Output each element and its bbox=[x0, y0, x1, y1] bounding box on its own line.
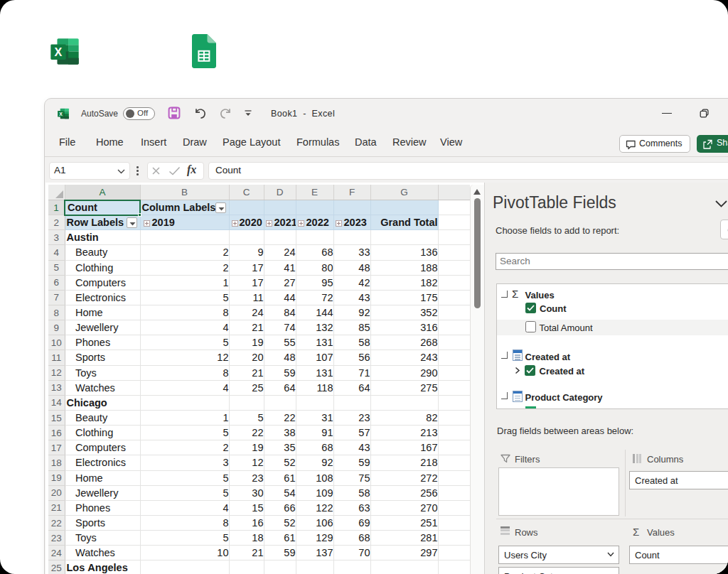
svg-text:X: X bbox=[55, 45, 63, 58]
svg-text:X: X bbox=[59, 112, 63, 117]
